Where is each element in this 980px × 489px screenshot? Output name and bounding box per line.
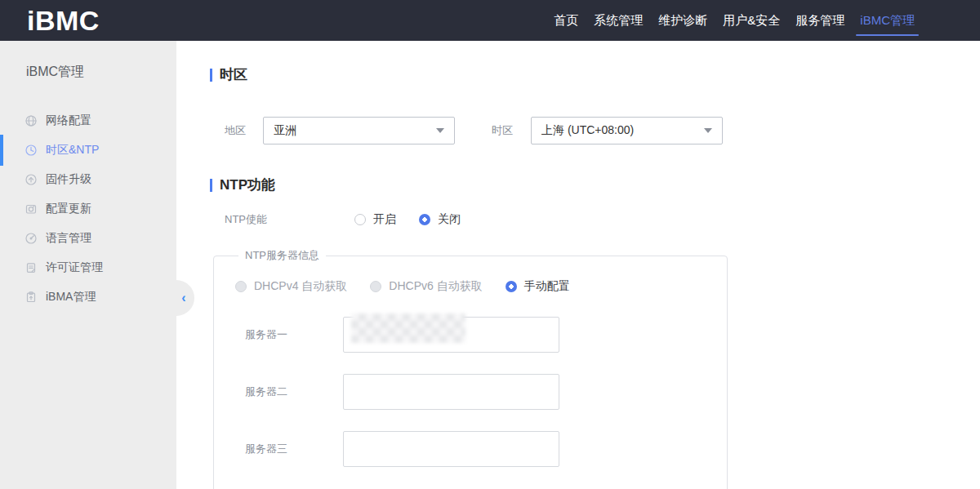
- page-body: iBMC管理 网络配置 时区&NTP 固件升级: [0, 41, 980, 489]
- sidebar-item-label: 语言管理: [46, 231, 91, 246]
- nav-item-user-security[interactable]: 用户&安全: [723, 0, 780, 41]
- radio-manual-config[interactable]: 手动配置: [506, 279, 570, 294]
- server-two-field: [343, 374, 559, 410]
- nav-item-maintenance[interactable]: 维护诊断: [658, 0, 707, 41]
- sidebar-item-language[interactable]: 语言管理: [0, 224, 176, 253]
- nav-item-system[interactable]: 系统管理: [594, 0, 643, 41]
- ntp-server-group-legend: NTP服务器信息: [238, 248, 326, 263]
- firmware-upgrade-icon: [24, 173, 38, 186]
- server-one-field: [343, 317, 559, 353]
- nav-item-home[interactable]: 首页: [554, 0, 578, 41]
- sidebar-item-timezone-ntp[interactable]: 时区&NTP: [0, 136, 176, 165]
- sidebar-item-firmware-upgrade[interactable]: 固件升级: [0, 165, 176, 194]
- nav-item-label: iBMC管理: [860, 13, 915, 27]
- timezone-select-value: 上海 (UTC+08:00): [541, 123, 634, 138]
- server-one-label: 服务器一: [235, 327, 343, 342]
- language-icon: [24, 232, 38, 245]
- radio-circle-disabled: [370, 281, 381, 292]
- server-three-label: 服务器三: [235, 442, 343, 456]
- ibma-clipboard-icon: [24, 291, 38, 304]
- timezone-clock-icon: [24, 144, 38, 157]
- active-item-marker: [0, 135, 3, 166]
- sidebar: iBMC管理 网络配置 时区&NTP 固件升级: [0, 41, 176, 489]
- config-update-icon: [24, 202, 38, 216]
- nav-item-ibmc[interactable]: iBMC管理: [860, 0, 915, 41]
- radio-ntp-off[interactable]: 关闭: [419, 212, 461, 227]
- radio-circle-checked: [506, 281, 517, 292]
- active-tab-underline: [856, 34, 919, 36]
- ntp-enable-row: NTP使能 开启 关闭: [210, 212, 947, 227]
- section-title-accent-bar: [210, 69, 212, 82]
- sidebar-item-network-config[interactable]: 网络配置: [0, 106, 176, 136]
- sidebar-item-config-update[interactable]: 配置更新: [0, 194, 176, 224]
- region-select-value: 亚洲: [274, 123, 296, 138]
- section-title-accent-bar: [210, 179, 212, 192]
- server-two-label: 服务器二: [235, 385, 343, 399]
- sidebar-item-label: 时区&NTP: [46, 143, 99, 158]
- main-content: 时区 地区 亚洲 时区 上海 (UTC+08:00) NTP功能 NTP使能: [176, 41, 980, 489]
- timezone-label: 时区: [492, 123, 531, 138]
- timezone-section-title: 时区: [210, 65, 947, 84]
- timezone-select[interactable]: 上海 (UTC+08:00): [531, 117, 723, 144]
- sidebar-item-license[interactable]: 许可证管理: [0, 253, 176, 282]
- radio-circle: [354, 214, 366, 225]
- sidebar-item-label: 配置更新: [46, 202, 91, 216]
- chevron-down-icon: [704, 128, 712, 133]
- ntp-server-mode-radio-group: DHCPv4 自动获取 DHCPv6 自动获取 手动配置: [235, 279, 727, 294]
- server-two-row: 服务器二: [235, 374, 727, 410]
- license-icon: [24, 261, 38, 274]
- sidebar-item-label: iBMA管理: [46, 290, 96, 305]
- ntp-enable-label: NTP使能: [225, 212, 354, 227]
- app-logo: iBMC: [27, 0, 100, 41]
- radio-dhcpv4-auto: DHCPv4 自动获取: [235, 279, 347, 294]
- radio-ntp-on[interactable]: 开启: [354, 212, 396, 227]
- ntp-server-group: NTP服务器信息 DHCPv4 自动获取 DHCPv6 自动获取 手动配置 服务…: [213, 248, 728, 489]
- region-select[interactable]: 亚洲: [263, 117, 455, 144]
- server-three-row: 服务器三: [235, 431, 727, 467]
- ntp-section-title: NTP功能: [210, 176, 947, 194]
- region-label: 地区: [225, 123, 263, 138]
- nav-item-service[interactable]: 服务管理: [795, 0, 844, 41]
- radio-circle-checked: [419, 214, 430, 225]
- ntp-enable-radio-group: 开启 关闭: [354, 212, 461, 227]
- sidebar-item-ibma[interactable]: iBMA管理: [0, 282, 176, 312]
- sidebar-item-label: 固件升级: [46, 172, 91, 187]
- timezone-form-row: 地区 亚洲 时区 上海 (UTC+08:00): [210, 117, 947, 144]
- network-icon: [24, 114, 38, 127]
- sidebar-item-label: 许可证管理: [46, 260, 103, 275]
- sidebar-title: iBMC管理: [0, 41, 176, 81]
- server-two-input[interactable]: [344, 375, 559, 409]
- sidebar-menu: 网络配置 时区&NTP 固件升级 配置更新: [0, 106, 176, 312]
- chevron-down-icon: [436, 128, 444, 133]
- sidebar-item-label: 网络配置: [46, 113, 91, 128]
- top-nav: 首页 系统管理 维护诊断 用户&安全 服务管理 iBMC管理: [554, 0, 915, 41]
- server-one-input[interactable]: [344, 318, 559, 352]
- radio-circle-disabled: [235, 281, 247, 292]
- radio-dhcpv6-auto: DHCPv6 自动获取: [370, 279, 482, 294]
- chevron-left-icon: ‹: [181, 291, 185, 305]
- server-three-field: [343, 431, 559, 467]
- app-header: iBMC 首页 系统管理 维护诊断 用户&安全 服务管理 iBMC管理: [0, 0, 980, 41]
- server-one-row: 服务器一: [235, 317, 727, 353]
- server-three-input[interactable]: [344, 432, 559, 466]
